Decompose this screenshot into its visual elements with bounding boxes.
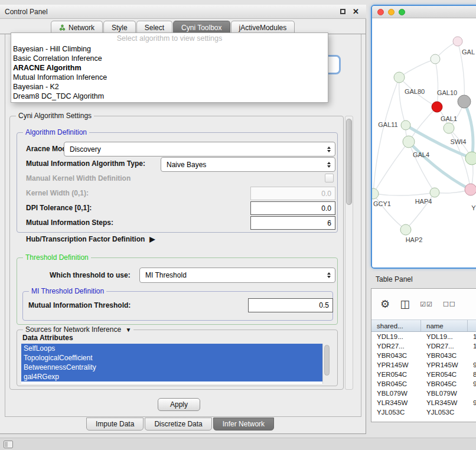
hidden-panel-icon[interactable] xyxy=(4,441,13,448)
column-header-shared[interactable]: shared... xyxy=(371,320,421,331)
table-row[interactable]: YBL079WYBL079W xyxy=(371,389,476,398)
tab-cyni-toolbox[interactable]: Cyni Toolbox xyxy=(173,21,230,34)
column-header-name[interactable]: name xyxy=(421,320,468,331)
tab-label: Select xyxy=(145,24,164,32)
hub-definition-expander[interactable]: Hub/Transcription Factor Definition ▶ xyxy=(26,235,155,243)
network-edge[interactable] xyxy=(409,142,435,193)
close-window-icon[interactable]: ✕ xyxy=(353,7,359,16)
settings-scrollbar-thumb[interactable] xyxy=(346,119,352,205)
table-cell: YDR27... xyxy=(421,341,468,351)
network-node-label: SWI4 xyxy=(451,138,467,145)
table-row[interactable]: YER054CYER054C8. xyxy=(371,370,476,379)
network-node-pale-upper[interactable] xyxy=(431,54,440,64)
network-edge[interactable] xyxy=(464,102,473,158)
aracne-mode-select[interactable]: Discovery xyxy=(64,142,335,156)
algorithm-option[interactable]: Basic Correlation Inference xyxy=(11,54,328,63)
algorithm-option[interactable]: ARACNE Algorithm xyxy=(11,63,328,73)
tab-impute-data[interactable]: Impute Data xyxy=(86,418,144,431)
table-row[interactable]: YDL19...YDL19...13 xyxy=(371,332,476,341)
settings-scrollbar[interactable] xyxy=(345,116,353,390)
network-node-gcy1[interactable] xyxy=(372,188,379,199)
network-edge[interactable] xyxy=(373,194,406,230)
network-node-label: GCY1 xyxy=(373,200,391,207)
table-row[interactable]: YLR345WYLR345W9. xyxy=(371,398,476,407)
column-header-extra[interactable] xyxy=(468,320,476,331)
algorithm-option[interactable]: Mutual Information Inference xyxy=(11,73,328,82)
attribute-item[interactable]: TopologicalCoefficient xyxy=(21,353,322,363)
mi-algorithm-type-select[interactable]: Naive Bayes xyxy=(161,157,335,172)
tab-infer-network[interactable]: Infer Network xyxy=(213,418,274,431)
table-cell: 9. xyxy=(468,360,476,370)
list-scrollbar-thumb[interactable] xyxy=(324,345,330,376)
select-all-icon[interactable]: ☑☑ xyxy=(420,301,433,308)
network-node-pale-pink-top[interactable] xyxy=(453,37,462,46)
table-cell: YJL053C xyxy=(371,407,421,417)
network-node-label: GAL11 xyxy=(378,121,397,128)
collapse-down-icon[interactable]: ▼ xyxy=(125,327,131,333)
network-node-gal4[interactable] xyxy=(403,136,415,148)
network-canvas[interactable]: GAL80GAL10GAL1GAL11SWI4GAL4GCY1HAP4HAP2G… xyxy=(372,18,476,268)
bottom-tab-bar: Impute DataDiscretize DataInfer Network xyxy=(86,418,274,431)
threshold-definition-title: Threshold Definition xyxy=(23,253,91,262)
tab-style[interactable]: Style xyxy=(103,21,136,34)
network-view-window: GAL80GAL10GAL1GAL11SWI4GAL4GCY1HAP4HAP2G… xyxy=(371,5,476,269)
data-attributes-list: SelfLoopsTopologicalCoefficientBetweenne… xyxy=(21,344,322,384)
table-row[interactable]: YBR043CYBR043C xyxy=(371,351,476,360)
network-edge[interactable] xyxy=(399,77,406,125)
deselect-all-icon[interactable]: ☐☐ xyxy=(443,301,456,308)
table-cell: YDL19... xyxy=(371,332,421,341)
table-row[interactable]: YBR045CYBR045C9. xyxy=(371,379,476,389)
network-node-swi4[interactable] xyxy=(465,152,476,165)
attribute-item[interactable]: gal4RGexp xyxy=(21,372,322,381)
network-node-gal1[interactable] xyxy=(444,123,454,133)
table-row[interactable]: YDR27...YDR27...12 xyxy=(371,341,476,351)
attribute-item[interactable]: BetweennessCentrality xyxy=(21,363,322,372)
close-traffic-light-icon[interactable] xyxy=(377,9,384,15)
network-edge[interactable] xyxy=(435,59,438,107)
network-node-gal10-gray[interactable] xyxy=(458,95,471,108)
algorithm-option[interactable]: Bayesian - Hill Climbing xyxy=(11,44,328,54)
dpi-tolerance-label: DPI Tolerance [0,1]: xyxy=(26,204,92,212)
network-node-pink-right[interactable] xyxy=(465,184,476,195)
spinner-arrows-icon xyxy=(327,146,331,152)
network-node-gal10-red[interactable] xyxy=(432,102,442,112)
network-edge[interactable] xyxy=(373,77,399,194)
network-node-label: Y xyxy=(471,204,476,211)
network-edge[interactable] xyxy=(399,59,435,77)
tab-jactivemodules[interactable]: jActiveModules xyxy=(231,21,295,34)
dpi-tolerance-field[interactable]: 0.0 xyxy=(250,201,335,215)
network-node-hap2[interactable] xyxy=(400,224,411,235)
network-window-titlebar[interactable] xyxy=(372,6,476,18)
settings-gear-icon[interactable]: ⚙ xyxy=(380,299,390,309)
list-scrollbar[interactable] xyxy=(322,344,331,384)
tab-select[interactable]: Select xyxy=(136,21,172,34)
table-row[interactable]: YJL053CYJL053C xyxy=(371,407,476,417)
manual-kernel-width-checkbox[interactable] xyxy=(325,174,334,182)
apply-button[interactable]: Apply xyxy=(158,398,200,411)
which-threshold-select[interactable]: MI Threshold xyxy=(139,268,335,283)
network-edge[interactable] xyxy=(409,142,471,190)
minimize-traffic-light-icon[interactable] xyxy=(388,9,395,15)
algorithm-option[interactable]: Dream8 DC_TDC Algorithm xyxy=(11,92,328,101)
network-edge[interactable] xyxy=(373,193,435,195)
attribute-item[interactable]: SelfLoops xyxy=(21,344,322,353)
mi-steps-field[interactable]: 6 xyxy=(250,216,335,230)
table-cell: YJL053C xyxy=(421,407,468,417)
table-cell: YER054C xyxy=(371,370,421,379)
table-row[interactable]: YPR145WYPR145W9. xyxy=(371,360,476,370)
dropdown-placeholder: Select algorithm to view settings xyxy=(11,33,328,44)
tab-network[interactable]: Network xyxy=(51,21,103,34)
expand-right-icon: ▶ xyxy=(149,235,155,243)
columns-icon[interactable]: ◫ xyxy=(400,299,410,309)
tab-discretize-data[interactable]: Discretize Data xyxy=(145,418,211,431)
mi-algorithm-type-label: Mutual Information Algorithm Type: xyxy=(26,159,145,168)
zoom-traffic-light-icon[interactable] xyxy=(399,9,405,15)
mi-threshold-field[interactable]: 0.5 xyxy=(248,298,333,312)
network-node-hap4[interactable] xyxy=(430,188,439,197)
network-node-gal11[interactable] xyxy=(401,120,410,130)
network-node-gal80[interactable] xyxy=(394,72,405,83)
network-node-label: GAL10 xyxy=(437,89,457,96)
algorithm-option[interactable]: Bayesian - K2 xyxy=(11,82,328,92)
float-window-icon[interactable] xyxy=(340,9,345,14)
table-cell: YBR043C xyxy=(421,351,468,360)
